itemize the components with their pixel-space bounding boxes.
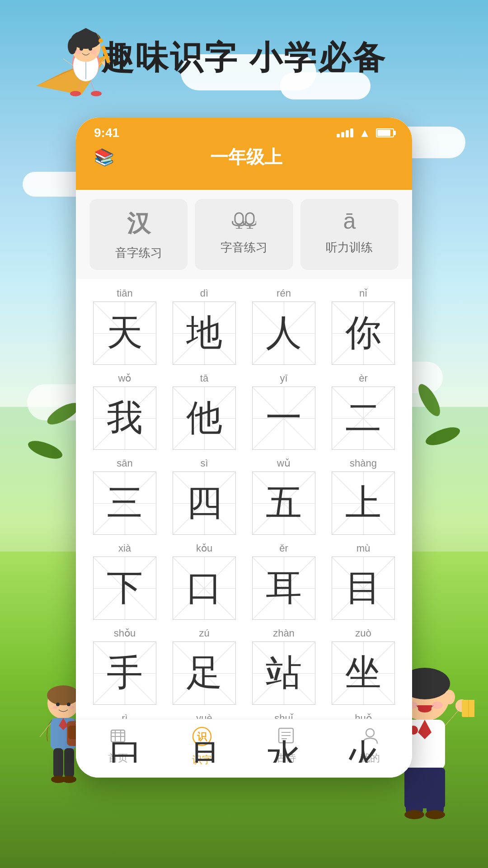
svg-rect-61: [235, 213, 243, 224]
char-box: 我: [93, 387, 156, 450]
listening-button[interactable]: ā 听力训练: [300, 199, 399, 270]
chinese-character: 火: [345, 734, 381, 763]
char-box: 地: [173, 302, 236, 365]
status-bar: 9:41 ▲: [76, 118, 412, 140]
chinese-character: 二: [345, 394, 381, 443]
chinese-character: 五: [266, 479, 302, 528]
status-time: 9:41: [94, 126, 119, 140]
chinese-character: 口: [186, 564, 222, 613]
pinyin-label: ěr: [279, 542, 288, 555]
pinyin-label: tā: [200, 372, 208, 385]
chinese-character: 下: [107, 564, 143, 613]
char-box: 三: [93, 472, 156, 535]
svg-point-39: [62, 776, 76, 783]
signal-bar-4: [350, 128, 353, 137]
chinese-character: 你: [345, 309, 381, 358]
char-box: 目: [332, 557, 395, 620]
svg-point-44: [432, 702, 443, 709]
chinese-character: 上: [345, 479, 381, 528]
pinyin-label: zú: [199, 627, 209, 640]
char-cell[interactable]: wǔ五: [244, 453, 324, 538]
svg-line-16: [63, 59, 73, 66]
characters-scroll[interactable]: tiān天dì地rén人nǐ你wǒ我tā他yī一èr二sān三sì四wǔ五shà…: [76, 279, 412, 763]
wifi-icon: ▲: [359, 126, 371, 140]
char-box: 坐: [332, 642, 395, 705]
signal-bar-2: [341, 132, 344, 137]
char-box: 五: [252, 472, 315, 535]
char-cell[interactable]: sān三: [85, 453, 164, 538]
char-cell[interactable]: shàng上: [324, 453, 403, 538]
svg-point-15: [90, 50, 97, 54]
svg-point-26: [56, 703, 60, 706]
pinyin-label: mù: [357, 542, 371, 555]
practice-section: 汉 音字练习 字音练习 ā 听力训练: [76, 190, 412, 279]
svg-line-21: [90, 80, 95, 93]
char-cell[interactable]: shǒu手: [85, 623, 164, 708]
char-cell[interactable]: èr二: [324, 368, 403, 453]
char-cell[interactable]: tiān天: [85, 283, 164, 368]
char-cell[interactable]: sì四: [164, 453, 244, 538]
svg-rect-55: [406, 789, 423, 814]
char-cell[interactable]: kǒu口: [164, 538, 244, 623]
listening-icon: ā: [343, 208, 356, 234]
char-sound-label: 字音练习: [221, 240, 267, 255]
char-cell[interactable]: mù目: [324, 538, 403, 623]
char-cell[interactable]: ěr耳: [244, 538, 324, 623]
char-box: 下: [93, 557, 156, 620]
pinyin-label: sān: [117, 457, 132, 470]
chinese-character: 坐: [345, 649, 381, 698]
chinese-character: 地: [186, 309, 222, 358]
char-cell[interactable]: nǐ你: [324, 283, 403, 368]
chinese-character: 天: [107, 309, 143, 358]
chinese-character: 人: [266, 309, 302, 358]
char-cell[interactable]: xià下: [85, 538, 164, 623]
pinyin-label: shǒu: [114, 627, 136, 640]
svg-point-12: [80, 47, 83, 51]
char-cell[interactable]: dì地: [164, 283, 244, 368]
signal-bar-3: [346, 130, 349, 137]
signal-bar-1: [337, 134, 340, 137]
pinyin-label: kǒu: [196, 542, 212, 555]
char-cell[interactable]: zú足: [164, 623, 244, 708]
svg-point-28: [52, 706, 58, 709]
pinyin-label: nǐ: [359, 287, 367, 300]
chinese-character: 手: [107, 649, 143, 698]
char-box: 手: [93, 642, 156, 705]
svg-rect-36: [53, 748, 63, 778]
pinyin-label: zuò: [355, 627, 371, 640]
chinese-character: 他: [186, 394, 222, 443]
chinese-character: 水: [266, 734, 302, 763]
svg-point-13: [89, 47, 92, 51]
char-cell[interactable]: wǒ我: [85, 368, 164, 453]
pinyin-label: sì: [200, 457, 208, 470]
pinyin-label: rén: [277, 287, 291, 300]
char-cell[interactable]: tā他: [164, 368, 244, 453]
svg-point-57: [404, 810, 424, 819]
char-cell[interactable]: zuò坐: [324, 623, 403, 708]
svg-point-14: [75, 50, 81, 54]
chinese-character: 月: [186, 734, 222, 763]
svg-point-27: [67, 703, 70, 706]
char-box: 人: [252, 302, 315, 365]
svg-point-23: [91, 91, 102, 96]
char-cell[interactable]: yī一: [244, 368, 324, 453]
char-box: 站: [252, 642, 315, 705]
battery-fill: [377, 130, 390, 136]
char-cell[interactable]: rén人: [244, 283, 324, 368]
phone-frame: 9:41 ▲ 📚 一年级上 汉 音字练: [76, 118, 412, 778]
sound-char-button[interactable]: 汉 音字练习: [89, 199, 188, 270]
svg-point-25: [47, 685, 80, 705]
char-sound-button[interactable]: 字音练习: [195, 199, 293, 270]
library-icon[interactable]: 📚: [94, 148, 114, 167]
char-box: 二: [332, 387, 395, 450]
chinese-character: 我: [107, 394, 143, 443]
chinese-character: 站: [266, 649, 302, 698]
char-cell[interactable]: zhàn站: [244, 623, 324, 708]
leaf-4: [423, 424, 462, 449]
leaf-2: [26, 437, 64, 462]
pinyin-label: wǒ: [118, 372, 131, 385]
chinese-character: 日: [107, 734, 143, 763]
svg-point-29: [69, 706, 74, 709]
chinese-character: 四: [186, 479, 222, 528]
svg-point-42: [418, 705, 432, 712]
